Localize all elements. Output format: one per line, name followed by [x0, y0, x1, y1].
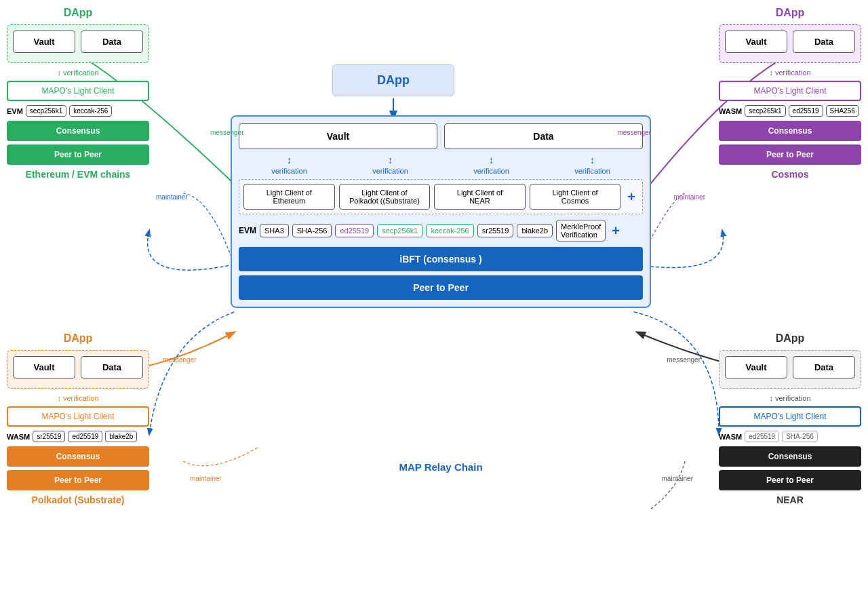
dot-wasm-label: WASM	[7, 433, 30, 441]
cosmos-light-client: MAPO's Light Client	[719, 81, 861, 101]
dot-maintainer-label: maintainer	[190, 475, 222, 482]
eth-light-client: MAPO's Light Client	[7, 81, 149, 101]
eth-consensus: Consensus	[7, 121, 149, 141]
dot-chain-label: Polkadot (Substrate)	[7, 494, 149, 505]
verif-arrow-1: ↕	[287, 155, 292, 166]
p2p-bar: Peer to Peer	[239, 275, 643, 300]
add-evm-tag-button[interactable]: +	[609, 223, 623, 239]
map-relay-label: MAP Relay Chain	[231, 461, 651, 473]
dot-verification: ↕ verification	[7, 394, 149, 402]
evm-label: EVM	[239, 226, 256, 235]
eth-data: Data	[81, 31, 143, 53]
diagram-container: DApp Vault Data ↕ verification ↕ verific…	[0, 0, 868, 603]
near-vault: Vault	[725, 356, 787, 378]
near-card: Vault Data	[719, 350, 861, 389]
evm-tag-sha256: SHA-256	[292, 224, 332, 237]
eth-vault: Vault	[13, 31, 75, 53]
eth-evm-label: EVM	[7, 107, 23, 115]
dot-dapp-label: DApp	[7, 332, 149, 345]
eth-maintainer-label: maintainer	[156, 193, 188, 201]
near-p2p: Peer to Peer	[719, 470, 861, 490]
cosmos-tag-sha256: SHA256	[826, 105, 859, 117]
lc-near: Light Client ofNEAR	[434, 184, 526, 210]
eth-tag-keccak: keccak-256	[69, 105, 112, 117]
dot-tag-ed25519: ed25519	[68, 431, 102, 442]
near-chain-label: NEAR	[719, 494, 861, 505]
ethereum-section: DApp Vault Data ↕ verification MAPO's Li…	[7, 7, 149, 180]
center-data: Data	[444, 123, 643, 149]
cosmos-messenger-label: messenger	[618, 129, 651, 136]
center-dapp-label: DApp	[377, 73, 410, 87]
evm-tag-sr25519: sr25519	[477, 224, 514, 237]
cosmos-tag-ed25519: ed25519	[789, 105, 823, 117]
evm-tag-secp256k1: secp256k1	[377, 224, 422, 237]
cosmos-wasm-label: WASM	[719, 107, 742, 115]
near-maintainer-label: maintainer	[661, 475, 693, 482]
dot-card: Vault Data	[7, 350, 149, 389]
evm-tag-merkle: MerkleProofVerification	[556, 220, 606, 241]
dot-consensus: Consensus	[7, 446, 149, 467]
eth-dapp-label: DApp	[7, 7, 149, 19]
verif-arrow-3: ↕	[489, 155, 494, 166]
cosmos-tag-secp: secp265k1	[745, 105, 785, 117]
eth-chain-label: Ethereum / EVM chains	[7, 169, 149, 180]
eth-tag-secp: secp256k1	[26, 105, 66, 117]
dot-tag-sr25519: sr25519	[33, 431, 65, 442]
evm-tag-sha3: SHA3	[260, 224, 289, 237]
cosmos-consensus: Consensus	[719, 121, 861, 141]
verif-arrow-4: ↕	[590, 155, 595, 166]
near-light-client: MAPO's Light Client	[719, 406, 861, 427]
near-section: DApp Vault Data ↕ verification MAPO's Li…	[719, 332, 861, 505]
verif-arrow-2: ↕	[388, 155, 393, 166]
cosmos-maintainer-label: maintainer	[673, 193, 705, 201]
near-dapp-label: DApp	[719, 332, 861, 345]
cosmos-chain-label: Cosmos	[719, 169, 861, 180]
evm-tag-ed25519: ed25519	[335, 224, 374, 237]
cosmos-verification: ↕ verification	[719, 69, 861, 77]
center-dapp-box: DApp	[332, 64, 454, 96]
dot-p2p: Peer to Peer	[7, 470, 149, 490]
cosmos-dapp-label: DApp	[719, 7, 861, 19]
ibft-bar: iBFT (consensus )	[239, 247, 643, 271]
near-consensus: Consensus	[719, 446, 861, 467]
dot-tag-blake2b: blake2b	[105, 431, 137, 442]
add-light-client-button[interactable]: +	[625, 184, 638, 210]
verif-label-3: verification	[473, 167, 509, 175]
cosmos-section: DApp Vault Data ↕ verification MAPO's Li…	[719, 7, 861, 180]
dot-data: Data	[81, 356, 143, 378]
lc-cosmos: Light Client ofCosmos	[530, 184, 621, 210]
near-messenger-label: messenger	[667, 356, 701, 364]
polkadot-section: DApp Vault Data ↕ verification MAPO's Li…	[7, 332, 149, 505]
near-verification: ↕ verification	[719, 394, 861, 402]
cosmos-p2p: Peer to Peer	[719, 144, 861, 165]
dot-messenger-label: messenger	[163, 356, 196, 364]
eth-messenger-label: messenger	[210, 129, 243, 136]
verif-label-4: verification	[574, 167, 610, 175]
eth-p2p: Peer to Peer	[7, 144, 149, 165]
cosmos-data: Data	[793, 31, 855, 53]
near-wasm-label: WASM	[719, 433, 742, 441]
lc-polkadot: Light Client ofPolkadot ((Substrate)	[339, 184, 431, 210]
lc-ethereum: Light Client ofEthereum	[243, 184, 335, 210]
eth-verification: ↕ verification	[7, 69, 149, 77]
eth-card: Vault Data	[7, 24, 149, 63]
dot-light-client: MAPO's Light Client	[7, 406, 149, 427]
center-vault: Vault	[239, 123, 437, 149]
dot-vault: Vault	[13, 356, 75, 378]
verif-label-1: verification	[271, 167, 307, 175]
verif-label-2: verification	[372, 167, 408, 175]
cosmos-card: Vault Data	[719, 24, 861, 63]
evm-tag-blake2b: blake2b	[517, 224, 553, 237]
near-tag-sha256: SHA-256	[782, 431, 818, 442]
near-tag-ed25519: ed25519	[745, 431, 779, 442]
evm-tag-keccak: keccak-256	[426, 224, 473, 237]
cosmos-vault: Vault	[725, 31, 787, 53]
near-data: Data	[793, 356, 855, 378]
map-relay-chain: Vault Data ↕ verification ↕ verification…	[231, 115, 651, 308]
